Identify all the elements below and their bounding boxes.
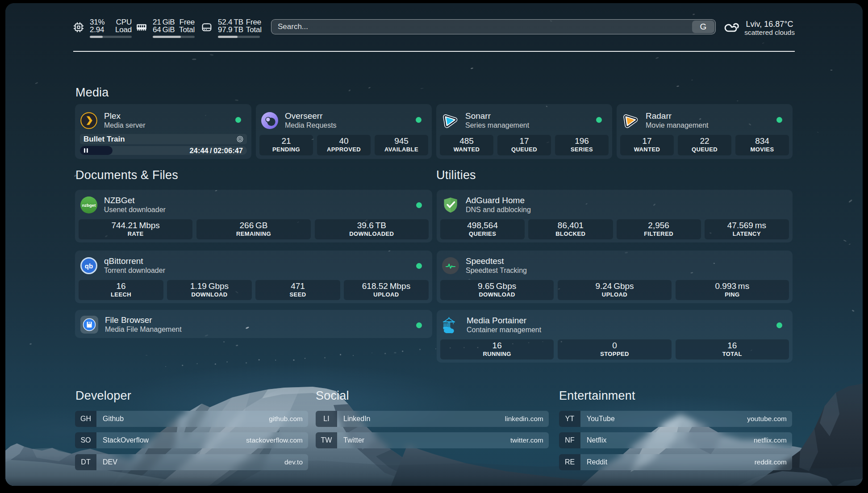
svg-text:nzbget: nzbget [82,203,96,208]
svg-text:qb: qb [85,262,93,270]
